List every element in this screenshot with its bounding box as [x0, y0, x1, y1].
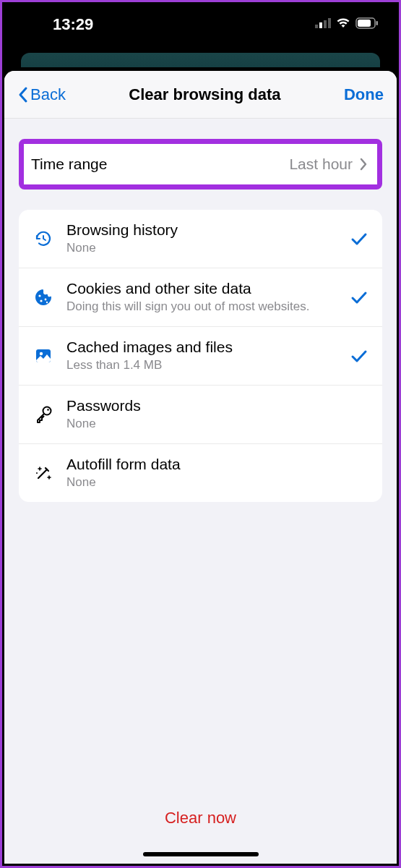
svg-point-12: [40, 352, 43, 355]
row-subtitle: None: [66, 240, 349, 256]
row-subtitle: Less than 1.4 MB: [66, 357, 349, 373]
row-subtitle: None: [66, 475, 349, 490]
history-icon: [32, 227, 55, 250]
back-label: Back: [30, 85, 66, 104]
footer-action: Clear now: [4, 797, 397, 839]
row-passwords[interactable]: Passwords None: [19, 386, 382, 444]
status-bar: 13:29: [2, 2, 399, 53]
svg-point-14: [47, 409, 49, 412]
svg-rect-5: [358, 20, 371, 27]
background-peek: [21, 53, 380, 67]
row-text: Autofill form data None: [66, 456, 349, 490]
row-text: Cached images and files Less than 1.4 MB: [66, 339, 349, 373]
row-subtitle: None: [66, 416, 349, 432]
row-title: Autofill form data: [66, 456, 349, 473]
checkmark-icon: [349, 349, 369, 363]
time-range-row[interactable]: Time range Last hour: [24, 144, 377, 184]
svg-rect-6: [376, 21, 379, 25]
row-title: Browsing history: [66, 221, 349, 239]
svg-rect-3: [328, 18, 331, 28]
svg-point-15: [36, 472, 38, 474]
chevron-left-icon: [17, 86, 29, 103]
content-area: Time range Last hour: [4, 119, 397, 864]
svg-point-7: [38, 295, 40, 297]
clear-now-button[interactable]: Clear now: [165, 809, 236, 827]
svg-point-10: [46, 302, 48, 303]
row-cached-images[interactable]: Cached images and files Less than 1.4 MB: [19, 327, 382, 386]
cellular-icon: [315, 18, 331, 31]
checkmark-icon: [349, 290, 369, 305]
page-title: Clear browsing data: [129, 85, 280, 104]
status-indicators: [315, 17, 379, 32]
svg-point-8: [40, 300, 42, 302]
image-icon: [32, 344, 55, 367]
navigation-bar: Back Clear browsing data Done: [4, 71, 397, 119]
svg-rect-1: [319, 22, 322, 28]
row-text: Passwords None: [66, 397, 349, 432]
cookie-icon: [32, 286, 55, 309]
device-frame: 13:29: [2, 2, 399, 866]
time-range-label: Time range: [31, 156, 107, 173]
key-icon: [32, 403, 55, 426]
home-indicator[interactable]: [143, 852, 259, 856]
row-browsing-history[interactable]: Browsing history None: [19, 210, 382, 268]
wifi-icon: [335, 17, 351, 32]
checkmark-icon: [349, 231, 369, 246]
modal-sheet: Back Clear browsing data Done Time range…: [4, 71, 397, 864]
row-title: Cookies and other site data: [66, 280, 349, 297]
chevron-right-icon: [360, 158, 367, 171]
row-subtitle: Doing this will sign you out of most web…: [66, 299, 349, 315]
time-range-value: Last hour: [289, 156, 353, 173]
row-title: Passwords: [66, 397, 349, 414]
time-range-value-wrap: Last hour: [289, 156, 367, 173]
row-text: Cookies and other site data Doing this w…: [66, 280, 349, 315]
back-button[interactable]: Back: [17, 85, 66, 104]
data-types-list: Browsing history None: [19, 210, 382, 502]
battery-icon: [355, 17, 379, 32]
status-time: 13:29: [22, 15, 93, 34]
row-cookies[interactable]: Cookies and other site data Doing this w…: [19, 268, 382, 327]
wand-icon: [32, 461, 55, 485]
row-text: Browsing history None: [66, 221, 349, 256]
highlight-annotation: Time range Last hour: [19, 139, 382, 190]
row-autofill[interactable]: Autofill form data None: [19, 444, 382, 502]
row-title: Cached images and files: [66, 339, 349, 356]
svg-point-9: [45, 299, 47, 301]
svg-rect-2: [324, 20, 327, 28]
svg-rect-0: [315, 25, 318, 28]
done-button[interactable]: Done: [344, 85, 384, 104]
